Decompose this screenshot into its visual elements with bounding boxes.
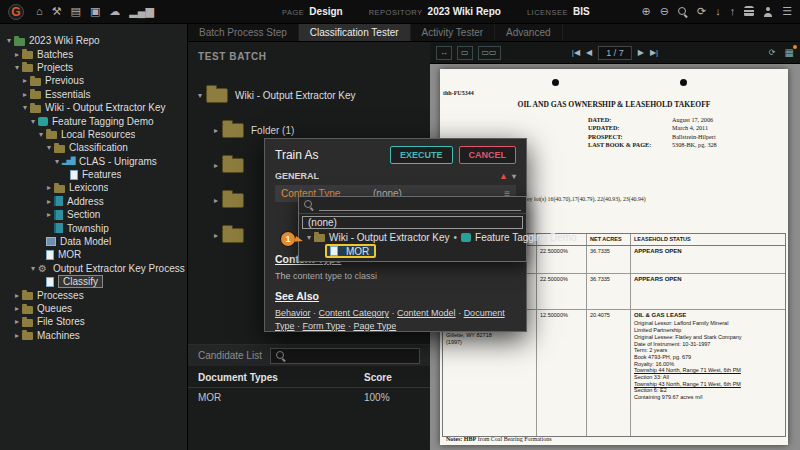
option-root-node[interactable]: ▾ Wiki - Output Extractor Key • Feature …: [299, 230, 526, 244]
collapse-icon[interactable]: ▾: [28, 117, 38, 126]
expand-icon[interactable]: ▸: [210, 231, 222, 240]
expand-icon[interactable]: ▸: [44, 197, 54, 206]
tree-item-essentials[interactable]: ▸Essentials: [0, 88, 187, 101]
option-none[interactable]: (none): [302, 216, 523, 229]
collapse-icon[interactable]: ▾: [304, 233, 314, 242]
tree-item-feature-tagging-demo[interactable]: ▾Feature Tagging Demo: [0, 114, 187, 127]
download-icon[interactable]: ↓: [715, 6, 721, 17]
link-content-category[interactable]: Content Category: [319, 308, 390, 318]
stats-icon[interactable]: ▂▄▆: [129, 6, 154, 17]
expand-icon[interactable]: ▸: [12, 304, 22, 313]
refresh-icon[interactable]: ⟳: [697, 6, 706, 17]
link-form-type[interactable]: Form Type: [303, 321, 346, 331]
expand-icon[interactable]: ▸: [12, 50, 22, 59]
zoom-in-icon[interactable]: ⊕: [641, 6, 650, 17]
collapse-icon[interactable]: ▾: [194, 91, 206, 100]
batch-folder-row[interactable]: ▾Wiki - Output Extractor Key: [188, 78, 430, 113]
tree-item-classify[interactable]: Classify: [0, 275, 187, 288]
expand-icon[interactable]: ▸: [20, 76, 30, 85]
tree-item-output-extractor-key-process[interactable]: ▾Output Extractor Key Process: [0, 262, 187, 275]
page-value[interactable]: Design: [309, 6, 342, 17]
gear-icon: [38, 263, 49, 274]
page-indicator[interactable]: 1 / 7: [598, 46, 632, 60]
expand-icon[interactable]: ▸: [20, 90, 30, 99]
collapse-icon[interactable]: ▾: [20, 103, 30, 112]
previous-page-icon[interactable]: ◀: [586, 48, 592, 57]
collapse-icon[interactable]: ▾: [4, 36, 14, 45]
tree-item-processes[interactable]: ▸Processes: [0, 288, 187, 301]
tree-item-queues[interactable]: ▸Queues: [0, 302, 187, 315]
expand-icon[interactable]: ▸: [210, 161, 222, 170]
expand-icon[interactable]: ▸: [210, 196, 222, 205]
link-behavior[interactable]: Behavior: [275, 308, 311, 318]
batches-icon[interactable]: ▤: [71, 6, 81, 17]
tree-item-previous[interactable]: ▸Previous: [0, 74, 187, 87]
tab-classification-tester[interactable]: Classification Tester: [299, 24, 411, 41]
tree-item-mor[interactable]: MOR: [0, 248, 187, 261]
expand-icon[interactable]: ▸: [44, 183, 54, 192]
single-page-icon[interactable]: ▭: [457, 46, 473, 60]
tree-item-machines[interactable]: ▸Machines: [0, 329, 187, 342]
tree-item-data-model[interactable]: Data Model: [0, 235, 187, 248]
document-types-table: Document Types Score MOR 100%: [188, 368, 430, 407]
expand-icon[interactable]: ▸: [12, 331, 22, 340]
doc-interest-cell: 22.50000%: [537, 246, 587, 273]
tools-icon[interactable]: ⚒: [52, 6, 62, 17]
dropdown-search-input[interactable]: [319, 199, 521, 211]
collapse-icon[interactable]: ▾: [36, 130, 46, 139]
last-page-icon[interactable]: ▶|: [650, 48, 658, 57]
execute-button[interactable]: EXECUTE: [390, 146, 453, 164]
tree-item-label: Wiki - Output Extractor Key: [45, 102, 166, 113]
tree-item-address[interactable]: ▸Address: [0, 195, 187, 208]
tree-item-projects[interactable]: ▾Projects: [0, 61, 187, 74]
collapse-icon[interactable]: ▾: [52, 157, 62, 166]
next-page-icon[interactable]: ▶: [638, 48, 644, 57]
expand-icon[interactable]: ▸: [12, 291, 22, 300]
thumbnails-icon[interactable]: ▦: [785, 47, 794, 58]
doc-detail-line: Limited Partnership: [634, 327, 782, 334]
expand-icon[interactable]: ▸: [44, 210, 54, 219]
tree-item-batches[interactable]: ▸Batches: [0, 47, 187, 60]
cloud-upload-icon[interactable]: ☁: [109, 6, 120, 17]
tree-item-label: Features: [82, 169, 121, 180]
tree-item-township[interactable]: Township: [0, 221, 187, 234]
tree-item-file-stores[interactable]: ▸File Stores: [0, 315, 187, 328]
expand-icon[interactable]: ▸: [210, 126, 222, 135]
cancel-button[interactable]: CANCEL: [459, 146, 517, 164]
tree-item-features[interactable]: Features: [0, 168, 187, 181]
collapse-icon[interactable]: ▾: [12, 63, 22, 72]
home-icon[interactable]: ⌂: [36, 6, 43, 17]
menu-icon[interactable]: ☰: [782, 6, 792, 17]
link-content-model[interactable]: Content Model: [397, 308, 456, 318]
expand-icon[interactable]: ▸: [12, 317, 22, 326]
tree-item-local-resources[interactable]: ▾Local Resources: [0, 128, 187, 141]
facing-pages-icon[interactable]: ▭▭: [478, 46, 501, 60]
candidate-search-input[interactable]: [270, 348, 420, 364]
tab-activity-tester[interactable]: Activity Tester: [411, 24, 496, 41]
database-icon[interactable]: [744, 6, 754, 17]
fit-width-icon[interactable]: ↔: [436, 46, 452, 60]
tab-bar: Batch Process Step Classification Tester…: [188, 24, 800, 42]
option-mor[interactable]: MOR: [299, 244, 526, 258]
repository-value[interactable]: 2023 Wiki Repo: [428, 6, 501, 17]
link-page-type[interactable]: Page Type: [353, 321, 396, 331]
account-icon[interactable]: [763, 7, 773, 17]
upload-icon[interactable]: ↑: [730, 6, 736, 17]
first-page-icon[interactable]: |◀: [572, 48, 580, 57]
candidate-row[interactable]: MOR 100%: [188, 388, 430, 407]
collapse-icon[interactable]: ▾: [44, 143, 54, 152]
tab-batch-process-step[interactable]: Batch Process Step: [188, 24, 299, 41]
tree-item-lexicons[interactable]: ▸Lexicons: [0, 181, 187, 194]
tree-item-clas-unigrams[interactable]: ▾CLAS - Unigrams: [0, 155, 187, 168]
box-icon[interactable]: ▣: [90, 6, 100, 17]
collapse-icon[interactable]: ▾: [28, 264, 38, 273]
rotate-icon[interactable]: ⟳: [769, 48, 776, 57]
tab-advanced[interactable]: Advanced: [495, 24, 562, 41]
tree-item-wiki-output-extractor-key[interactable]: ▾Wiki - Output Extractor Key: [0, 101, 187, 114]
tree-item-section[interactable]: ▸Section: [0, 208, 187, 221]
search-icon[interactable]: [678, 7, 688, 17]
tree-item-classification[interactable]: ▾Classification: [0, 141, 187, 154]
zoom-out-icon[interactable]: ⊖: [660, 6, 669, 17]
tree-item-2023-wiki-repo[interactable]: ▾2023 Wiki Repo: [0, 34, 187, 47]
chevron-down-icon[interactable]: ▾: [512, 172, 516, 181]
